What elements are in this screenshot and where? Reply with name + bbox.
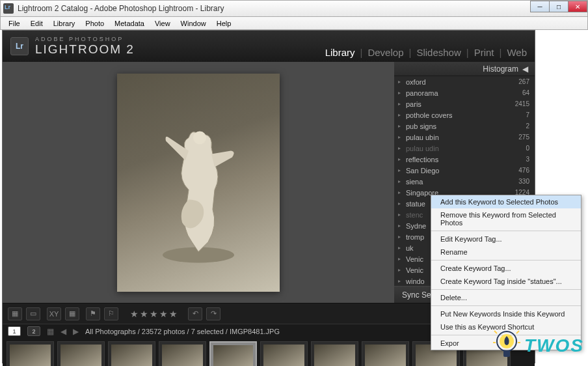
- menu-help[interactable]: Help: [211, 20, 237, 27]
- ctx-rename[interactable]: Rename: [431, 246, 581, 259]
- compare-view-button[interactable]: XY: [47, 307, 61, 320]
- expand-icon[interactable]: ▸: [398, 156, 401, 162]
- ctx-edit-tag[interactable]: Edit Keyword Tag...: [431, 232, 581, 246]
- expand-icon[interactable]: ▸: [398, 90, 401, 96]
- module-develop[interactable]: Develop: [368, 47, 403, 58]
- window-title: Lightroom 2 Catalog - Adobe Photoshop Li…: [18, 4, 224, 13]
- grid-view-button[interactable]: ▦: [8, 307, 22, 320]
- keyword-row[interactable]: ▸San Diego476: [394, 165, 535, 176]
- histogram-panel-header[interactable]: Histogram ◀: [394, 62, 535, 76]
- module-print[interactable]: Print: [474, 47, 494, 58]
- keyword-name: pulau udin: [406, 145, 439, 152]
- keyword-row[interactable]: ▸reflections3: [394, 154, 535, 165]
- expand-icon[interactable]: ▸: [398, 112, 401, 118]
- nav-back-icon[interactable]: ◀: [60, 327, 66, 336]
- module-picker: Library | Develop | Slideshow | Print | …: [325, 47, 527, 58]
- expand-icon[interactable]: ▸: [398, 134, 401, 140]
- thumbnail-image: [60, 345, 101, 366]
- expand-icon[interactable]: ▸: [398, 167, 401, 173]
- menu-photo[interactable]: Photo: [80, 20, 109, 27]
- keyword-name: paris: [406, 100, 421, 108]
- collapse-icon[interactable]: ◀: [522, 64, 528, 74]
- image-viewer[interactable]: [3, 62, 394, 303]
- keyword-row[interactable]: ▸siena330: [394, 176, 535, 187]
- filmstrip-thumbnail[interactable]: [311, 341, 358, 366]
- close-button[interactable]: ✕: [568, 1, 587, 12]
- ctx-add-keyword[interactable]: Add this Keyword to Selected Photos: [431, 195, 581, 208]
- ctx-put-inside[interactable]: Put New Keywords Inside this Keyword: [431, 307, 581, 320]
- monitor-1-button[interactable]: 1: [8, 326, 21, 336]
- window-titlebar: Lightroom 2 Catalog - Adobe Photoshop Li…: [0, 0, 588, 17]
- filmstrip-thumbnail[interactable]: [159, 341, 206, 366]
- expand-icon[interactable]: ▸: [398, 278, 401, 284]
- keyword-row[interactable]: ▸pulau ubin275: [394, 132, 535, 143]
- filmstrip-thumbnail[interactable]: [108, 341, 155, 366]
- ctx-remove-keyword[interactable]: Remove this Keyword from Selected Photos: [431, 208, 581, 229]
- expand-icon[interactable]: ▸: [398, 201, 401, 206]
- ctx-separator: [431, 260, 581, 260]
- keyword-name: Venic: [406, 266, 423, 274]
- source-path[interactable]: All Photographs / 23572 photos / 7 selec…: [85, 328, 280, 335]
- monitor-2-button[interactable]: 2: [27, 326, 40, 336]
- expand-icon[interactable]: ▸: [398, 223, 401, 229]
- thumbnail-image: [314, 345, 355, 366]
- survey-view-button[interactable]: ▦: [65, 307, 79, 320]
- expand-icon[interactable]: ▸: [398, 123, 401, 129]
- keyword-name: panorama: [406, 89, 438, 97]
- ctx-separator: [431, 305, 581, 306]
- expand-icon[interactable]: ▸: [398, 256, 401, 262]
- nav-forward-icon[interactable]: ▶: [73, 327, 79, 336]
- module-separator: |: [466, 47, 469, 58]
- expand-icon[interactable]: ▸: [398, 212, 401, 218]
- expand-icon[interactable]: ▸: [398, 101, 401, 107]
- module-library[interactable]: Library: [325, 47, 355, 58]
- flag-pick-button[interactable]: ⚑: [86, 307, 100, 320]
- minimize-button[interactable]: ─: [530, 1, 550, 12]
- filmstrip-thumbnail[interactable]: [57, 341, 105, 366]
- menu-window[interactable]: Window: [176, 20, 211, 27]
- menu-edit[interactable]: Edit: [25, 20, 48, 27]
- keyword-row[interactable]: ▸oxford267: [394, 76, 535, 87]
- expand-icon[interactable]: ▸: [398, 79, 401, 85]
- rotate-ccw-button[interactable]: ↶: [188, 307, 202, 320]
- app-icon: [3, 3, 14, 14]
- flag-reject-button[interactable]: ⚐: [104, 307, 118, 320]
- keyword-name: pulau ubin: [406, 134, 439, 141]
- rating-stars[interactable]: ★★★★★: [130, 309, 179, 319]
- ctx-create-tag[interactable]: Create Keyword Tag...: [431, 262, 581, 275]
- filmstrip-thumbnail[interactable]: [209, 341, 257, 366]
- keyword-count: 267: [518, 78, 529, 85]
- keyword-name: tromp: [406, 233, 424, 241]
- keyword-row[interactable]: ▸pub signs2: [394, 120, 535, 132]
- maximize-button[interactable]: □: [549, 1, 568, 12]
- keyword-row[interactable]: ▸paris2415: [394, 98, 535, 109]
- expand-icon[interactable]: ▸: [398, 178, 401, 184]
- menu-library[interactable]: Library: [48, 20, 81, 27]
- keyword-row[interactable]: ▸pothole covers7: [394, 109, 535, 120]
- brand-block: ADOBE PHOTOSHOP LIGHTROOM 2: [35, 36, 135, 57]
- menu-file[interactable]: File: [3, 20, 25, 27]
- keyword-row[interactable]: ▸panorama64: [394, 87, 535, 98]
- menu-view[interactable]: View: [150, 20, 176, 27]
- expand-icon[interactable]: ▸: [398, 234, 401, 240]
- keyword-row[interactable]: ▸pulau udin0: [394, 143, 535, 154]
- filmstrip-thumbnail[interactable]: [362, 341, 409, 366]
- ctx-delete[interactable]: Delete...: [431, 291, 581, 304]
- module-slideshow[interactable]: Slideshow: [416, 47, 461, 58]
- ctx-create-tag-inside[interactable]: Create Keyword Tag inside "statues"...: [431, 275, 581, 288]
- expand-icon[interactable]: ▸: [398, 245, 401, 251]
- filmstrip-thumbnail[interactable]: [7, 341, 54, 366]
- expand-icon[interactable]: ▸: [398, 267, 401, 273]
- filmstrip-thumbnail[interactable]: [260, 341, 308, 366]
- keyword-name: statue: [406, 200, 425, 208]
- ctx-separator: [431, 289, 581, 290]
- brand-line1: ADOBE PHOTOSHOP: [35, 36, 135, 42]
- grid-toggle-icon[interactable]: ▦: [47, 327, 54, 336]
- svg-rect-4: [503, 350, 510, 357]
- expand-icon[interactable]: ▸: [398, 190, 401, 195]
- menu-metadata[interactable]: Metadata: [109, 20, 150, 27]
- module-web[interactable]: Web: [507, 47, 527, 58]
- expand-icon[interactable]: ▸: [398, 145, 401, 151]
- rotate-cw-button[interactable]: ↷: [206, 307, 220, 320]
- loupe-view-button[interactable]: ▭: [26, 307, 40, 320]
